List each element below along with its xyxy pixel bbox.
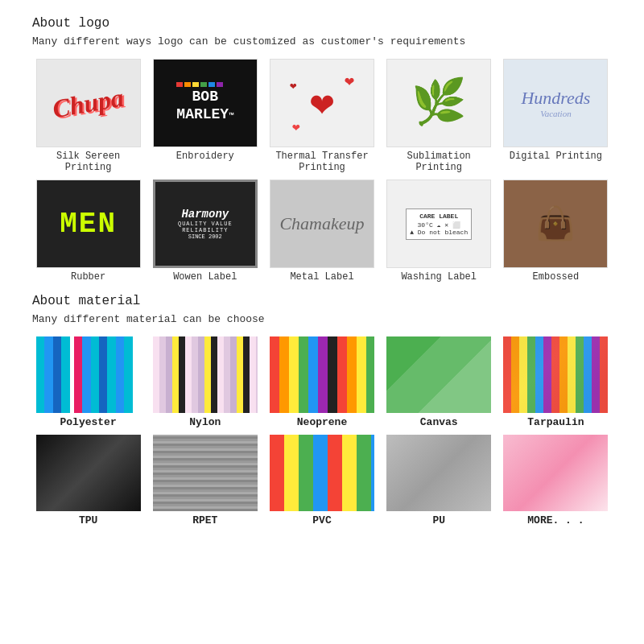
embossed-image: 👜 (503, 180, 608, 268)
silk-screen-image: Chupa (36, 59, 141, 147)
washing-image: CARE LABEL 30°C ☁ ✕ ⬜ ▲ Do not bleach (386, 180, 491, 268)
sublimation-label: Sublimation Printing (383, 151, 495, 173)
embroidery-label: Enbroidery (176, 151, 234, 162)
nylon-image (153, 336, 258, 413)
more-label: MORE. . . (527, 514, 584, 526)
list-item: 👜 Embossed (500, 180, 612, 283)
metal-label: Metal Label (290, 271, 353, 283)
digital-image: Hundreds Vacation (503, 59, 608, 147)
polyester-label: Polyester (60, 416, 116, 428)
list-item: Polyester (32, 336, 144, 428)
pvc-image (270, 435, 374, 511)
rpet-label: RPET (192, 514, 217, 526)
canvas-image (386, 336, 491, 413)
material-grid-row1: Polyester Nylon Neoprene Canvas Tarpauli… (32, 336, 612, 428)
list-item: ❤ ❤ ❤ ❤ Thermal Transfer Printing (266, 59, 378, 173)
list-item: RPET (149, 435, 261, 526)
list-item: PU (383, 435, 495, 526)
about-material-title: About material (32, 294, 612, 308)
logo-grid-row1: Chupa Silk Sereen Printing (32, 59, 612, 173)
page: About logo Many different ways logo can … (0, 0, 644, 549)
list-item: BOBMARLEY™ Enbroidery (149, 59, 261, 173)
tarpaulin-image (503, 336, 608, 413)
rpet-image (153, 435, 258, 511)
embroidery-image: BOBMARLEY™ (153, 59, 258, 147)
tpu-image (36, 435, 141, 511)
neoprene-image (270, 336, 374, 413)
neoprene-label: Neoprene (297, 416, 347, 428)
about-logo-section: About logo Many different ways logo can … (32, 16, 612, 283)
rubber-label: Rubber (71, 271, 105, 283)
canvas-label: Canvas (420, 416, 458, 428)
woven-label: Wowen Label (173, 271, 237, 283)
list-item: Neoprene (266, 336, 378, 428)
more-image (503, 435, 608, 511)
about-material-subtitle: Many different material can be choose (32, 313, 612, 325)
list-item: Nylon (149, 336, 261, 428)
list-item: Harmony QUALITY VALUE RELIABILITY SINCE … (149, 180, 261, 283)
list-item: PVC (266, 435, 378, 526)
list-item: Chupa Silk Sereen Printing (32, 59, 144, 173)
sublimation-image: 🌿 (386, 59, 491, 147)
digital-label: Digital Printing (510, 151, 602, 162)
washing-label: Washing Label (401, 271, 477, 283)
nylon-label: Nylon (189, 416, 221, 428)
list-item: CARE LABEL 30°C ☁ ✕ ⬜ ▲ Do not bleach Wa… (383, 180, 495, 283)
list-item: 🌿 Sublimation Printing (383, 59, 495, 173)
about-logo-subtitle: Many different ways logo can be customiz… (32, 35, 612, 47)
list-item: Tarpaulin (500, 336, 612, 428)
material-grid-row2: TPU RPET PVC PU MORE. . . (32, 435, 612, 526)
pu-image (386, 435, 491, 511)
rubber-image: MEN (36, 180, 141, 268)
list-item: Canvas (383, 336, 495, 428)
list-item: MORE. . . (500, 435, 612, 526)
embossed-label: Embossed (533, 271, 580, 283)
polyester-image (36, 336, 141, 413)
woven-image: Harmony QUALITY VALUE RELIABILITY SINCE … (153, 180, 258, 268)
silk-screen-label: Silk Sereen Printing (32, 151, 144, 173)
logo-grid-row2: MEN Rubber Harmony QUALITY VALUE RELIABI… (32, 180, 612, 283)
about-logo-title: About logo (32, 16, 612, 31)
list-item: Chamakeup Metal Label (266, 180, 378, 283)
thermal-image: ❤ ❤ ❤ ❤ (270, 59, 374, 147)
list-item: MEN Rubber (32, 180, 144, 283)
thermal-label: Thermal Transfer Printing (266, 151, 378, 173)
pu-label: PU (432, 514, 445, 526)
pvc-label: PVC (312, 514, 331, 526)
about-material-section: About material Many different material c… (32, 294, 612, 526)
metal-image: Chamakeup (270, 180, 374, 268)
list-item: TPU (32, 435, 144, 526)
tpu-label: TPU (79, 514, 97, 526)
list-item: Hundreds Vacation Digital Printing (500, 59, 612, 173)
tarpaulin-label: Tarpaulin (527, 416, 584, 428)
